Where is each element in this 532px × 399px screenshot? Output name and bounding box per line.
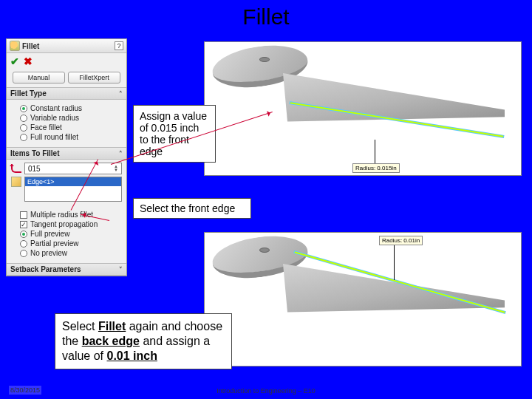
check-tangent-label: Tangent propagation bbox=[30, 220, 98, 228]
part-hole bbox=[259, 57, 270, 62]
txt-bold: 0.01 inch bbox=[106, 349, 157, 362]
radius-flag-top: Radius: 0.015in bbox=[352, 163, 400, 173]
slide-title: Fillet bbox=[0, 4, 532, 30]
edge-selection-icon bbox=[11, 177, 21, 187]
radio-constant-label: Constant radius bbox=[30, 104, 82, 112]
section-setback-header[interactable]: Setback Parameters ˅ bbox=[7, 263, 126, 276]
radio-no-preview-label: No preview bbox=[30, 249, 67, 257]
fillet-property-panel: Fillet ? ✔ ✖ Manual FilletXpert Fillet T… bbox=[6, 38, 127, 276]
txt-bold: back edge bbox=[82, 335, 140, 347]
radio-full[interactable] bbox=[20, 134, 27, 141]
txt: Select bbox=[62, 320, 98, 332]
tab-filletxpert[interactable]: FilletXpert bbox=[68, 72, 120, 83]
txt-bold: Fillet bbox=[98, 320, 126, 332]
part-hole bbox=[259, 248, 270, 253]
spin-buttons[interactable]: ▲▼ bbox=[114, 165, 118, 172]
radius-flag-bottom: Radius: 0.01in bbox=[379, 236, 423, 245]
part-blade bbox=[283, 67, 505, 126]
cancel-icon[interactable]: ✖ bbox=[24, 55, 33, 67]
radius-leader bbox=[375, 140, 375, 163]
footer-course: Introduction to Engineering – E10 bbox=[0, 387, 532, 395]
ok-cancel-row: ✔ ✖ bbox=[7, 53, 126, 69]
radius-icon bbox=[11, 164, 21, 173]
radio-face-label: Face fillet bbox=[30, 123, 62, 132]
edge-selection-list[interactable]: Edge<1> bbox=[24, 177, 122, 202]
panel-title: Fillet bbox=[22, 42, 39, 50]
radio-full-label: Full round fillet bbox=[30, 133, 78, 141]
ok-icon[interactable]: ✔ bbox=[10, 55, 19, 67]
fillet-feature-icon bbox=[10, 41, 20, 51]
model-viewport-top: Radius: 0.015in bbox=[204, 41, 522, 176]
chevron-up-icon: ˄ bbox=[119, 90, 123, 98]
help-button[interactable]: ? bbox=[115, 41, 123, 50]
chevron-up-icon: ˄ bbox=[119, 150, 123, 157]
panel-titlebar: Fillet ? bbox=[7, 39, 126, 53]
radio-full-preview-label: Full preview bbox=[30, 230, 69, 238]
tab-manual[interactable]: Manual bbox=[13, 72, 65, 83]
chevron-down-icon: ˅ bbox=[119, 266, 123, 273]
radio-variable-label: Variable radius bbox=[30, 114, 79, 122]
radio-no-preview[interactable] bbox=[20, 250, 27, 257]
callout-select-front: Select the front edge bbox=[133, 198, 251, 219]
check-multiple-radius[interactable] bbox=[20, 211, 27, 219]
radio-constant[interactable] bbox=[20, 105, 27, 112]
section-items-header[interactable]: Items To Fillet ˄ bbox=[7, 147, 126, 160]
radio-full-preview[interactable] bbox=[20, 231, 27, 238]
radio-face[interactable] bbox=[20, 124, 27, 132]
section-fillet-type-header[interactable]: Fillet Type ˄ bbox=[7, 87, 126, 100]
radio-variable[interactable] bbox=[20, 115, 27, 122]
check-tangent[interactable] bbox=[20, 221, 27, 228]
section-setback-label: Setback Parameters bbox=[10, 265, 81, 273]
model-viewport-bottom: Radius: 0.01in bbox=[204, 232, 522, 366]
radio-partial-preview-label: Partial preview bbox=[30, 239, 79, 248]
edge-item[interactable]: Edge<1> bbox=[25, 177, 121, 186]
section-items-label: Items To Fillet bbox=[10, 149, 60, 157]
section-fillet-type-label: Fillet Type bbox=[10, 89, 47, 98]
radio-partial-preview[interactable] bbox=[20, 240, 27, 248]
callout-select-again: Select Fillet again and choose the back … bbox=[55, 313, 232, 369]
radius-input[interactable]: 015 ▲▼ bbox=[24, 163, 122, 174]
radius-value: 015 bbox=[28, 165, 41, 173]
